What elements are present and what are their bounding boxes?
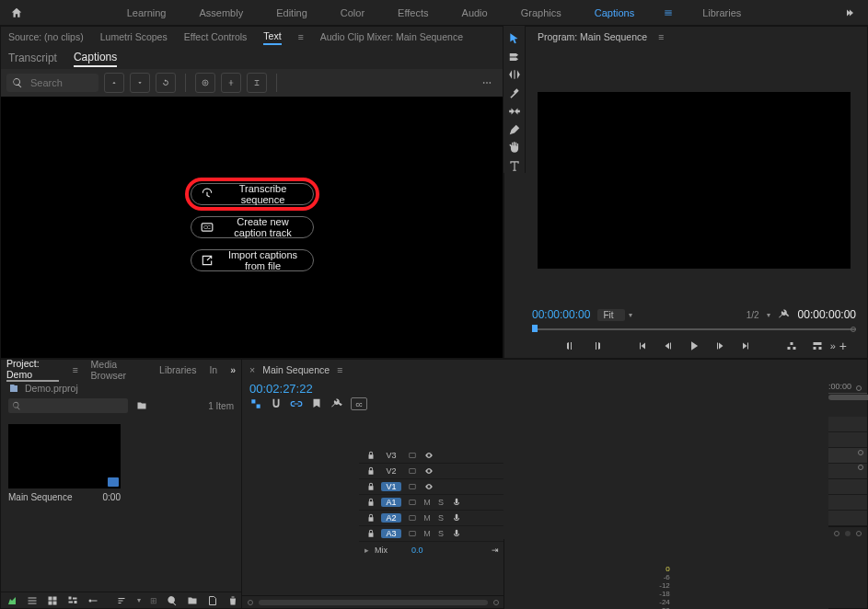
automate-to-sequence-button[interactable]: ⊞: [150, 594, 157, 607]
tab-lumetri-scopes[interactable]: Lumetri Scopes: [100, 29, 168, 44]
toggle-track-output-icon[interactable]: [422, 465, 434, 477]
icon-view-button[interactable]: [47, 594, 58, 607]
track-name[interactable]: V2: [381, 466, 401, 476]
hand-tool[interactable]: [506, 141, 523, 155]
ripple-edit-tool[interactable]: [506, 68, 523, 83]
ws-libraries[interactable]: Libraries: [699, 6, 745, 20]
playhead-marker[interactable]: [532, 325, 538, 332]
scroll-endcap[interactable]: [834, 531, 839, 536]
transport-overflow-icon[interactable]: »: [830, 340, 836, 351]
timeline-zoom-scroll[interactable]: [259, 600, 488, 605]
extract-button[interactable]: [809, 338, 826, 354]
home-button[interactable]: [7, 4, 26, 22]
program-tab-menu-icon[interactable]: ≡: [658, 31, 664, 42]
mute-button[interactable]: M: [422, 529, 432, 538]
solo-button[interactable]: S: [436, 498, 446, 507]
solo-button[interactable]: S: [436, 529, 446, 538]
ws-assembly[interactable]: Assembly: [195, 6, 247, 20]
out-point-marker[interactable]: [858, 465, 863, 470]
go-to-in-button[interactable]: [634, 338, 651, 354]
program-timecode-left[interactable]: 00:00:00:00: [532, 308, 590, 321]
mark-out-button[interactable]: [588, 338, 605, 354]
replace-button[interactable]: [156, 73, 176, 93]
step-forward-button[interactable]: [712, 338, 728, 354]
caption-track-button[interactable]: cc: [351, 397, 367, 410]
ws-menu-icon[interactable]: [664, 8, 673, 17]
track-header-v3[interactable]: V3: [359, 448, 504, 464]
find-button[interactable]: [167, 594, 178, 607]
slip-tool[interactable]: [506, 104, 523, 119]
project-bin[interactable]: Main Sequence 0:00: [1, 415, 241, 592]
lock-icon[interactable]: [365, 512, 376, 524]
tab-source[interactable]: Source: (no clips): [8, 29, 84, 44]
track-header-a2[interactable]: A2 M S: [359, 511, 504, 526]
timeline-close-button[interactable]: ×: [249, 364, 255, 375]
tab-libraries[interactable]: Libraries: [159, 364, 196, 375]
scroll-endcap[interactable]: [248, 600, 253, 605]
timeline-tracks-body[interactable]: [828, 417, 867, 526]
tab-audio-clip-mixer[interactable]: Audio Clip Mixer: Main Sequence: [320, 29, 463, 44]
new-item-button[interactable]: [207, 594, 218, 607]
lift-button[interactable]: [783, 338, 800, 354]
insert-mode-button[interactable]: [249, 397, 262, 410]
subtab-transcript[interactable]: Transcript: [8, 50, 57, 66]
tab-info[interactable]: In: [209, 364, 217, 375]
timeline-settings-button[interactable]: [330, 397, 343, 410]
mark-in-button[interactable]: [562, 338, 579, 354]
selection-tool[interactable]: [506, 31, 523, 46]
tab-text-menu-icon[interactable]: ≡: [298, 31, 304, 42]
lock-icon[interactable]: [365, 481, 376, 493]
captions-search-input[interactable]: [29, 76, 84, 89]
expand-icon[interactable]: ▸: [365, 546, 369, 555]
solo-button[interactable]: S: [436, 513, 446, 523]
tab-text[interactable]: Text: [263, 29, 281, 45]
out-point-marker[interactable]: [858, 450, 863, 455]
transcribe-sequence-button[interactable]: Transcribe sequence: [191, 183, 314, 205]
lock-icon[interactable]: [365, 528, 376, 540]
toggle-track-output-icon[interactable]: [422, 450, 434, 462]
program-settings-button[interactable]: [778, 308, 791, 321]
work-area-end[interactable]: [856, 385, 862, 391]
track-name[interactable]: A2: [381, 513, 401, 523]
track-name[interactable]: V3: [381, 451, 401, 460]
timeline-horizontal-scroll[interactable]: [845, 531, 851, 536]
new-bin-button[interactable]: [187, 594, 198, 607]
track-header-a1[interactable]: A1 M S: [359, 495, 504, 511]
lock-icon[interactable]: [365, 497, 376, 509]
sync-lock-icon[interactable]: [406, 512, 418, 524]
list-view-button[interactable]: [27, 594, 38, 607]
add-caption-button[interactable]: [195, 73, 215, 93]
split-caption-button[interactable]: [221, 73, 241, 93]
track-header-v1[interactable]: V1: [359, 479, 504, 495]
toggle-track-output-icon[interactable]: [422, 481, 434, 493]
tab-project[interactable]: Project: Demo: [6, 358, 59, 382]
sync-lock-icon[interactable]: [406, 528, 418, 540]
next-caption-button[interactable]: [130, 73, 150, 93]
merge-caption-button[interactable]: [247, 73, 267, 93]
mix-value[interactable]: 0.0: [411, 546, 423, 555]
timeline-timecode[interactable]: 00:02:27:22: [249, 382, 367, 396]
track-name[interactable]: A1: [381, 498, 401, 507]
project-search[interactable]: [8, 398, 128, 413]
track-name[interactable]: A3: [381, 529, 401, 538]
create-caption-track-button[interactable]: CC Create new caption track: [191, 216, 314, 238]
import-captions-button[interactable]: Import captions from file: [191, 249, 314, 271]
lock-icon[interactable]: [365, 465, 376, 477]
program-zoom-select[interactable]: Fit: [597, 309, 624, 321]
type-tool[interactable]: [506, 158, 523, 173]
add-marker-button[interactable]: [310, 397, 323, 410]
pen-tool[interactable]: [506, 122, 523, 137]
sync-lock-icon[interactable]: [406, 450, 418, 462]
track-header-a3[interactable]: A3 M S: [359, 526, 504, 542]
sync-lock-icon[interactable]: [406, 465, 418, 477]
ws-editing[interactable]: Editing: [272, 6, 311, 20]
mix-expand-icon[interactable]: ⇥: [492, 546, 499, 555]
project-new-bin-icon[interactable]: [135, 400, 148, 411]
ws-graphics[interactable]: Graphics: [517, 6, 565, 20]
scroll-endcap[interactable]: [856, 531, 862, 536]
freeform-view-button[interactable]: [67, 594, 78, 607]
project-tabs-overflow-icon[interactable]: »: [230, 364, 236, 375]
track-header-v2[interactable]: V2: [359, 464, 504, 479]
program-resolution-select[interactable]: 1/2: [746, 310, 759, 320]
captions-more-button[interactable]: [477, 73, 497, 93]
